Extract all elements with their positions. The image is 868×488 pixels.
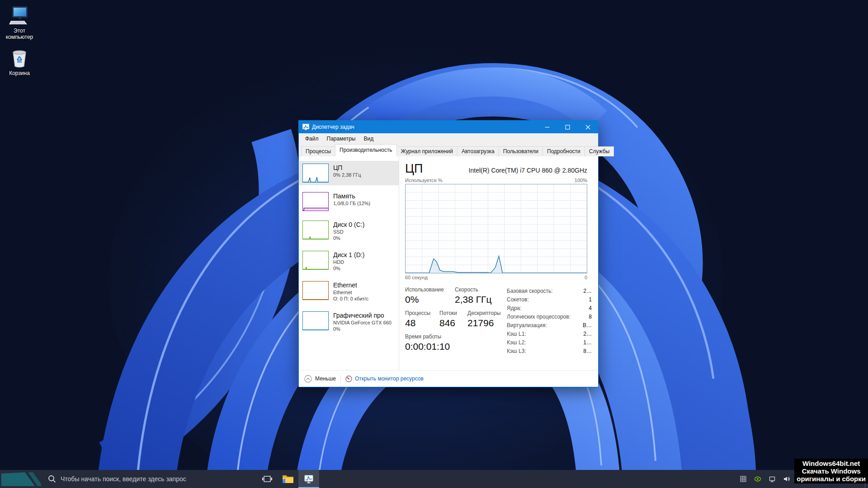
perf-sidebar-item-cpu[interactable]: ЦП0% 2,38 ГГц [299,161,399,185]
perf-item-subtext: О: 0 П: 0 кбит/с [333,296,368,302]
volume-tray-button[interactable] [781,470,792,488]
tab-processes[interactable]: Процессы [301,146,335,156]
spec-value: 2… [583,330,592,338]
spec-label: Ядра: [507,304,521,313]
spec-row: Кэш L2:1… [507,338,592,347]
perf-item-text: EthernetEthernetО: 0 П: 0 кбит/с [333,281,368,302]
spec-row: Кэш L1:2… [507,330,592,338]
stat-cell: Скорость2,38 ГГц [455,286,491,305]
recycle-bin-icon [9,48,29,69]
perf-item-title: Ethernet [333,281,368,289]
window-footer: Меньше Открыть монитор ресурсов [299,370,598,387]
tab-app-history[interactable]: Журнал приложений [396,146,458,156]
cpu-usage-graph[interactable] [405,184,587,273]
spec-row: Кэш L3:8… [507,347,592,356]
perf-item-title: Графический про [333,311,392,319]
mini-graph-gpu [302,311,329,330]
perf-item-subtext: 0% 2,38 ГГц [333,172,361,178]
desktop-icon-recycle-bin[interactable]: Корзина [0,48,39,76]
cpu-title: ЦП [405,162,423,175]
task-manager-icon [303,474,314,484]
menu-file[interactable]: Файл [301,133,323,144]
search-icon [48,475,56,483]
mini-graph-ethernet [302,281,329,300]
desktop: Этот компьютер Корзина Диспетчер задач [0,0,868,488]
menu-bar: ФайлПараметрыВид [299,133,598,144]
mini-graph-memory [302,192,329,211]
spec-label: Кэш L3: [507,347,526,356]
desktop-icon-label: Этот компьютер [0,28,39,40]
close-button[interactable] [578,121,598,133]
mini-graph-cpu [302,164,329,183]
cpu-panel: ЦП Intel(R) Core(TM) i7 CPU 860 @ 2.80GH… [399,156,598,370]
tab-services[interactable]: Службы [585,146,614,156]
gauge-icon [345,375,352,382]
window-titlebar[interactable]: Диспетчер задач [299,121,598,133]
stats-row: Использование0%Скорость2,38 ГГц [405,286,507,305]
performance-content: ЦП0% 2,38 ГГцПамять1,0/8,0 ГБ (12%)Диск … [299,156,598,370]
spec-row: Логических процессоров:8 [507,313,592,321]
perf-item-text: ЦП0% 2,38 ГГц [333,164,361,183]
chevron-up-circle-icon [304,375,312,383]
stats-row: Время работы0:00:01:10 [405,333,507,352]
cpu-stats-left: Использование0%Скорость2,38 ГГцПроцессы4… [405,286,507,357]
open-resource-monitor-link[interactable]: Открыть монитор ресурсов [345,375,424,382]
maximize-button[interactable] [557,121,578,133]
spec-row: Ядра:4 [507,304,592,313]
perf-sidebar-item-disk0[interactable]: Диск 0 (C:)SSD0% [299,218,399,244]
nvidia-tray-button[interactable] [752,470,763,488]
perf-item-subtext: NVIDIA GeForce GTX 660 [333,319,392,326]
menu-view[interactable]: Вид [359,133,377,144]
spec-value: 2… [583,287,592,296]
spec-label: Кэш L2: [507,338,526,347]
maximize-icon [565,125,570,130]
stat-value: 846 [439,317,467,329]
spec-label: Базовая скорость: [507,287,553,296]
tab-strip: ПроцессыПроизводительностьЖурнал приложе… [299,144,598,156]
taskbar-search[interactable]: Чтобы начать поиск, введите здесь запрос [48,475,206,483]
menu-options[interactable]: Параметры [323,133,360,144]
nvidia-icon [754,475,761,483]
network-tray-button[interactable] [767,470,778,488]
perf-item-subtext: HDD [333,259,364,265]
perf-item-subtext: 0% [333,235,364,241]
perf-sidebar-item-gpu[interactable]: Графический проNVIDIA GeForce GTX 6600% [299,309,399,335]
tab-startup[interactable]: Автозагрузка [457,146,499,156]
desktop-icon-this-pc[interactable]: Этот компьютер [0,5,39,40]
perf-sidebar-item-disk1[interactable]: Диск 1 (D:)HDD0% [299,248,399,274]
task-view-button[interactable] [257,470,278,488]
tab-performance[interactable]: Производительность [335,144,396,156]
graph-x-left: 60 секунд [405,275,428,280]
watermark-line: оригиналы и сборки [797,475,866,483]
this-pc-icon [9,5,30,26]
spec-value: 4 [589,304,592,313]
file-explorer-button[interactable] [278,470,298,488]
stat-label: Потоки [439,310,467,317]
stat-label: Дескрипторы [467,310,500,317]
cpu-graph-plot [406,184,587,273]
spec-value: 8 [589,313,592,321]
stat-value: 21796 [467,317,500,329]
tab-details[interactable]: Подробности [542,146,585,156]
mini-graph-disk0 [302,221,329,239]
perf-item-subtext: SSD [333,229,364,235]
hidden-icons-button[interactable] [738,470,749,488]
graph-y-max: 100% [575,178,587,183]
file-explorer-icon [282,474,294,484]
spec-label: Сокетов: [507,296,529,304]
minimize-button[interactable] [537,121,557,133]
perf-sidebar-item-ethernet[interactable]: EthernetEthernetО: 0 П: 0 кбит/с [299,278,399,305]
stat-value: 0% [405,293,455,305]
network-icon [769,475,776,483]
stat-label: Скорость [455,286,491,293]
perf-sidebar-item-memory[interactable]: Память1,0/8,0 ГБ (12%) [299,189,399,214]
app-icon [302,124,309,130]
task-manager-taskbar-button[interactable] [298,470,319,488]
stat-cell: Потоки846 [439,310,467,329]
tab-users[interactable]: Пользователи [499,146,543,156]
stat-value: 0:00:01:10 [405,340,450,352]
minimize-icon [545,125,550,130]
desktop-icon-label: Корзина [0,70,39,76]
start-button[interactable] [0,470,42,488]
fewer-details-button[interactable]: Меньше [304,375,336,383]
